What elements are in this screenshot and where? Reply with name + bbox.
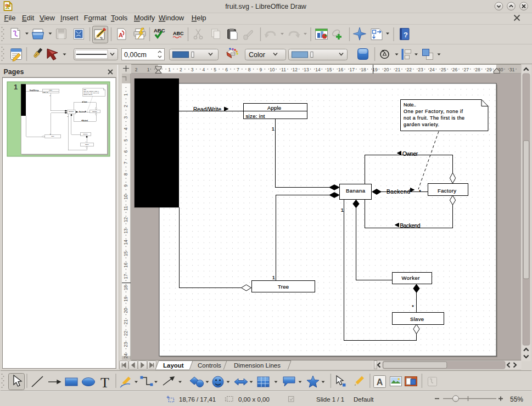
svg-text:A: A xyxy=(377,377,383,387)
svg-text:Edit: Edit xyxy=(22,14,35,22)
svg-text:13: 13 xyxy=(304,67,309,72)
svg-text:4: 4 xyxy=(203,67,205,72)
svg-text:24: 24 xyxy=(123,353,128,359)
svg-text:24: 24 xyxy=(429,67,435,72)
svg-text:20: 20 xyxy=(123,308,128,313)
svg-text:31: 31 xyxy=(509,67,515,72)
svg-text:0,00 x 0,00: 0,00 x 0,00 xyxy=(238,396,270,403)
svg-text:8: 8 xyxy=(248,67,251,72)
svg-text:18: 18 xyxy=(361,67,366,72)
svg-text:7: 7 xyxy=(123,161,128,164)
svg-text:Format: Format xyxy=(84,14,107,22)
svg-text:5: 5 xyxy=(123,139,128,142)
svg-text:Help: Help xyxy=(192,14,206,22)
svg-text:15: 15 xyxy=(123,251,128,257)
svg-text:23: 23 xyxy=(418,67,423,72)
svg-text:ABC: ABC xyxy=(173,31,184,36)
svg-text:13: 13 xyxy=(123,228,128,234)
svg-text:21: 21 xyxy=(123,319,128,325)
svg-text:28: 28 xyxy=(475,67,480,72)
svg-text:21: 21 xyxy=(395,67,401,72)
svg-text:3: 3 xyxy=(191,67,194,72)
svg-text:14: 14 xyxy=(315,67,321,72)
svg-text:16: 16 xyxy=(338,67,344,72)
svg-text:Insert: Insert xyxy=(60,14,79,22)
svg-text:Slide 1 / 1: Slide 1 / 1 xyxy=(316,396,344,403)
svg-text:10: 10 xyxy=(270,67,275,72)
svg-text:29: 29 xyxy=(486,67,492,72)
svg-text:19: 19 xyxy=(123,296,128,302)
svg-text:9: 9 xyxy=(260,67,262,72)
svg-text:3: 3 xyxy=(123,116,128,119)
svg-text:1: 1 xyxy=(147,67,150,72)
svg-text:1: 1 xyxy=(168,67,171,72)
svg-text:7: 7 xyxy=(237,67,239,72)
svg-text:11: 11 xyxy=(281,67,286,72)
svg-text:8: 8 xyxy=(123,173,128,176)
svg-text:1: 1 xyxy=(14,83,18,91)
svg-text:4: 4 xyxy=(123,127,128,130)
svg-text:17: 17 xyxy=(123,274,128,279)
svg-text:Layout: Layout xyxy=(163,362,184,369)
svg-text:18: 18 xyxy=(123,285,128,291)
svg-text:File: File xyxy=(4,14,16,22)
svg-text:55%: 55% xyxy=(510,396,523,403)
svg-text:18,76 / 17,41: 18,76 / 17,41 xyxy=(179,396,216,403)
svg-text:10: 10 xyxy=(123,194,128,200)
svg-text:22: 22 xyxy=(123,330,128,336)
svg-text:20: 20 xyxy=(384,67,389,72)
svg-text:14: 14 xyxy=(123,240,128,245)
svg-text:View: View xyxy=(40,14,55,22)
svg-text:2: 2 xyxy=(123,105,128,108)
svg-text:Pages: Pages xyxy=(4,68,24,76)
svg-text:Window: Window xyxy=(159,14,184,22)
svg-text:27: 27 xyxy=(464,67,469,72)
svg-text:11: 11 xyxy=(123,206,128,211)
svg-text:25: 25 xyxy=(441,67,446,72)
svg-text:Default: Default xyxy=(354,396,374,403)
svg-text:26: 26 xyxy=(452,67,458,72)
svg-text:Controls: Controls xyxy=(198,362,221,369)
svg-text:15: 15 xyxy=(327,67,332,72)
svg-text:T: T xyxy=(100,375,109,391)
svg-text:0,00cm: 0,00cm xyxy=(124,51,147,59)
svg-text:6: 6 xyxy=(225,67,228,72)
svg-text:2: 2 xyxy=(180,67,182,72)
svg-text:ABC: ABC xyxy=(154,27,165,33)
svg-text:22: 22 xyxy=(407,67,412,72)
svg-text:1: 1 xyxy=(123,93,128,96)
svg-text:Dimension Lines: Dimension Lines xyxy=(234,362,281,369)
svg-text:A: A xyxy=(119,32,123,38)
svg-text:6: 6 xyxy=(123,150,128,153)
svg-text:12: 12 xyxy=(123,217,128,222)
svg-text:2: 2 xyxy=(135,67,138,72)
svg-text:17: 17 xyxy=(350,67,355,72)
svg-text:5: 5 xyxy=(214,67,216,72)
svg-text:Modify: Modify xyxy=(134,14,155,22)
svg-text:16: 16 xyxy=(123,262,128,268)
svg-text:Color: Color xyxy=(249,51,265,59)
svg-text:23: 23 xyxy=(123,342,128,347)
svg-text:9: 9 xyxy=(123,184,128,187)
svg-text:fruit.svg - LibreOffice Draw: fruit.svg - LibreOffice Draw xyxy=(225,3,307,10)
svg-text:12: 12 xyxy=(293,67,298,72)
svg-text:?: ? xyxy=(404,31,408,39)
svg-text:Tools: Tools xyxy=(111,14,128,22)
